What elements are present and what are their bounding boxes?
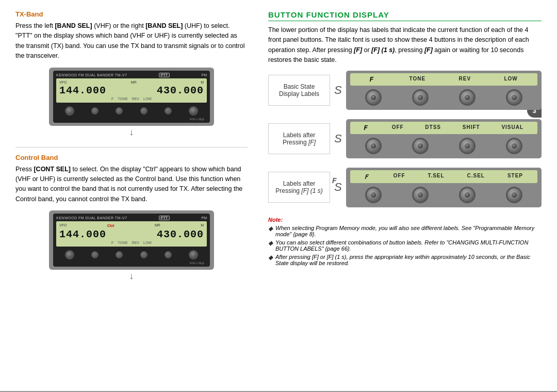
radio1-btn2 xyxy=(116,107,123,115)
radio2-btn2 xyxy=(116,251,123,258)
radio2-wrapper: KENWOOD FM DUAL BANDER TM-V7 PTT PM VFO … xyxy=(15,210,248,282)
step-label-3: STEP xyxy=(507,173,523,181)
band-sel-bold1: [BAND SEL] xyxy=(55,22,92,29)
note-item-2: ◆ You can also select different combinat… xyxy=(268,239,542,252)
note-section: Note: ◆ When selecting Program Memory mo… xyxy=(268,217,542,266)
low-label-1: LOW xyxy=(504,76,517,83)
label-f: F xyxy=(111,97,113,101)
f-key-2: F xyxy=(364,124,368,132)
label-rev: REV xyxy=(132,97,139,101)
radio2-freq1: 144.000 xyxy=(59,228,106,240)
radio1-inner: KENWOOD FM DUAL BANDER TM-V7 PTT PM VFO … xyxy=(53,71,210,123)
left-divider xyxy=(15,147,248,148)
radio1-freq2: 430.000 xyxy=(157,85,204,96)
cont-sel-bold: [CONT SEL] xyxy=(34,166,71,173)
radio1-vol-text: VOL<-SQL xyxy=(56,118,207,121)
radio2-pm: PM xyxy=(202,216,207,220)
tx-band-para: Press the left [BAND SEL] (VHF) or the r… xyxy=(15,21,248,61)
bf-knob-2d xyxy=(506,138,522,154)
radio2-ptt: PTT xyxy=(159,216,170,220)
bf-knob-3c xyxy=(459,187,476,203)
radio2-indicators: VFO Ctrl MR M xyxy=(59,223,204,228)
bf-display-1: F TONE REV LOW xyxy=(346,71,542,110)
bf-top-labels-1: F TONE REV LOW xyxy=(353,75,534,84)
button-function-title: BUTTON FUNCTION DISPLAY xyxy=(268,10,542,21)
control-band-para: Press [CONT SEL] to select. On the displ… xyxy=(15,165,248,205)
note-title: Note: xyxy=(268,217,542,223)
radio1-knob-right xyxy=(189,106,198,116)
bf-knob-3d xyxy=(506,187,522,203)
bf-display-inner-2: F OFF DTSS SHIFT VISUAL xyxy=(350,122,537,134)
radio2-vol-text: VOL<-SQL xyxy=(56,262,207,265)
m-ind: M xyxy=(201,80,204,84)
f-italic3: [F] xyxy=(424,46,433,54)
radio2-knob-left xyxy=(65,250,74,259)
right-column: 3 BUTTON FUNCTION DISPLAY The lower port… xyxy=(263,10,542,386)
bf-display-2: F OFF DTSS SHIFT VISUAL xyxy=(346,119,542,158)
label-tone2: TONE xyxy=(118,241,127,244)
radio1-btn3 xyxy=(140,107,148,115)
button-function-intro: The lower portion of the display has lab… xyxy=(268,25,542,66)
label-low2: LOW xyxy=(143,241,152,244)
bf-label-box-2: Labels afterPressing [F] xyxy=(268,123,330,154)
radio2-freq-row: 144.000 430.000 xyxy=(59,228,204,240)
rev-label-1: REV xyxy=(459,76,471,83)
dtss-label-2: DTSS xyxy=(425,124,441,132)
bullet-1: ◆ xyxy=(268,225,273,237)
f-key-3: 𝈓 xyxy=(365,173,369,181)
label-tone: TONE xyxy=(118,97,127,101)
radio2-brand: KENWOOD FM DUAL BANDER TM-V7 xyxy=(56,216,127,220)
radio2-top-bar: KENWOOD FM DUAL BANDER TM-V7 PTT PM xyxy=(56,216,207,220)
label-rev2: REV xyxy=(132,241,139,244)
radio2-freq2: 430.000 xyxy=(157,228,204,240)
mr-ind2: MR xyxy=(155,223,160,228)
bf-buttons-3 xyxy=(350,185,537,205)
shift-label-2: SHIFT xyxy=(463,124,480,132)
note-text-3: After pressing [F] or [F] (1 s), press t… xyxy=(275,254,542,266)
bf-knob-3b xyxy=(412,187,429,203)
radio1-wrapper: KENWOOD FM DUAL BANDER TM-V7 PTT PM VFO … xyxy=(15,68,248,138)
bf-display-inner-1: F TONE REV LOW xyxy=(350,73,537,86)
bf-knob-3a xyxy=(365,187,382,203)
radio1-buttons xyxy=(56,104,207,118)
bf-row-2: Labels afterPressing [F] S F OFF DTSS SH… xyxy=(268,119,542,158)
page: TX-Band Press the left [BAND SEL] (VHF) … xyxy=(0,0,557,392)
radio1-arrow: ↓ xyxy=(49,127,214,138)
csel-label-3: C.SEL xyxy=(467,173,485,181)
radio1-indicators: VFO MR M xyxy=(59,80,204,84)
visual-label-2: VISUAL xyxy=(501,124,523,132)
bf-top-labels-3: 𝈓 OFF T.SEL C.SEL STEP xyxy=(353,172,534,182)
mr-ind: MR xyxy=(131,80,137,84)
f-italic2: [F] (1 s) xyxy=(371,46,395,54)
bf-label-box-3: Labels afterPressing [F] (1 s) xyxy=(268,172,330,203)
band-sel-bold2: [BAND SEL] xyxy=(145,22,183,29)
control-band-title: Control Band xyxy=(15,154,248,161)
bullet-3: ◆ xyxy=(268,254,273,266)
radio2-inner: KENWOOD FM DUAL BANDER TM-V7 PTT PM VFO … xyxy=(53,214,210,267)
bf-buttons-1 xyxy=(350,88,537,107)
radio1-top-bar: KENWOOD FM DUAL BANDER TM-V7 PTT PM xyxy=(56,73,207,77)
vfo-ind: VFO xyxy=(59,80,67,84)
radio1-freq-row: 144.000 430.000 xyxy=(59,85,204,96)
bf-label-2: Labels afterPressing [F] xyxy=(283,132,316,146)
bf-knob-1d xyxy=(506,89,522,106)
label-f2: F xyxy=(111,241,113,244)
bf-knob-2b xyxy=(412,138,429,154)
bf-knob-2a xyxy=(365,138,382,154)
note-item-1: ◆ When selecting Program Memory mode, yo… xyxy=(268,225,542,237)
radio1-display: KENWOOD FM DUAL BANDER TM-V7 PTT PM VFO … xyxy=(49,68,214,126)
control-band-section: Control Band Press [CONT SEL] to select.… xyxy=(15,154,248,282)
bf-knob-1c xyxy=(459,89,476,106)
radio1-btn1 xyxy=(91,107,99,115)
bf-top-labels-2: F OFF DTSS SHIFT VISUAL xyxy=(353,123,534,133)
radio1-labels: F TONE REV LOW xyxy=(59,97,204,101)
radio2-display: KENWOOD FM DUAL BANDER TM-V7 PTT PM VFO … xyxy=(49,210,214,270)
radio1-screen: VFO MR M 144.000 430.000 xyxy=(56,78,207,103)
note-item-3: ◆ After pressing [F] or [F] (1 s), press… xyxy=(268,254,542,266)
bf-buttons-2 xyxy=(350,136,537,156)
f-italic1: [F] xyxy=(354,46,362,54)
bullet-2: ◆ xyxy=(268,239,273,252)
f-star: F xyxy=(332,176,337,185)
m-ind2: M xyxy=(201,223,204,228)
tsel-label-3: T.SEL xyxy=(428,173,444,181)
